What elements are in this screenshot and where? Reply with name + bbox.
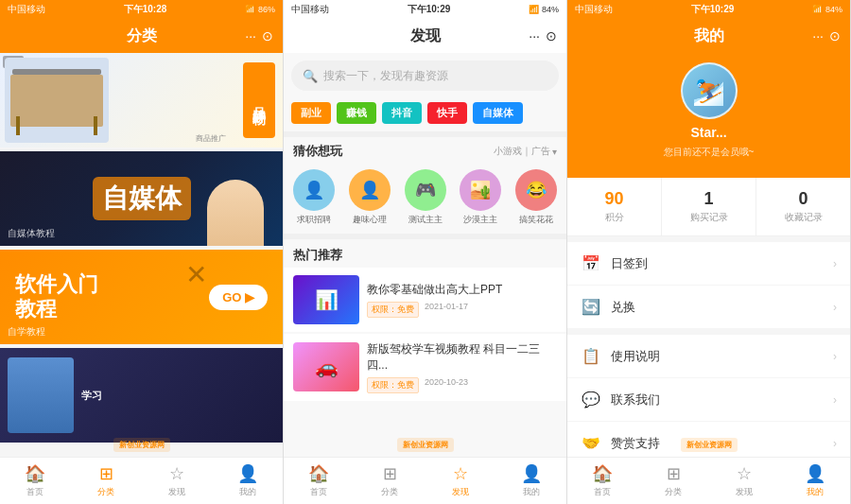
nav-category-2[interactable]: ⊞ 分类 xyxy=(355,463,426,498)
menu-item-guide[interactable]: 📋 使用说明 › xyxy=(567,335,850,378)
target-icon-2[interactable]: ⊙ xyxy=(546,28,557,43)
checkin-label: 日签到 xyxy=(611,255,824,272)
study-person-image xyxy=(8,357,74,433)
nav-mine-3[interactable]: 👤 我的 xyxy=(779,463,850,498)
battery-3: 📶 84% xyxy=(812,5,842,14)
avatar-item-4[interactable]: 😂 搞笑花花 xyxy=(515,169,557,226)
target-icon-3[interactable]: ⊙ xyxy=(829,28,841,43)
nav-category-1[interactable]: ⊞ 分类 xyxy=(71,463,142,498)
mine-label-2: 我的 xyxy=(523,486,540,498)
time-1: 下午10:28 xyxy=(124,3,167,16)
category-card-study[interactable]: 学习 xyxy=(0,348,283,443)
course-thumb-1: 🚗 xyxy=(293,342,359,391)
avatar-item-2[interactable]: 🎮 测试主主 xyxy=(405,169,446,226)
home-icon-2: 🏠 xyxy=(308,463,329,484)
tag-kuaishou[interactable]: 快手 xyxy=(427,102,467,124)
course-meta-0: 权限：免费 2021-01-17 xyxy=(367,302,557,318)
course-item-0[interactable]: 📊 教你零基础做出高大上PPT 权限：免费 2021-01-17 xyxy=(284,268,566,332)
phone-screen-3: 中国移动 下午10:29 📶 84% 我的 ··· ⊙ ⛷️ Star... 您… xyxy=(567,0,851,504)
course-meta-1: 权限：免费 2020-10-23 xyxy=(367,377,557,393)
avatar-name-3: 沙漠主主 xyxy=(463,214,497,226)
search-bar[interactable]: 🔍 搜索一下，发现有趣资源 xyxy=(291,61,559,91)
avatar-item-1[interactable]: 👤 趣味心理 xyxy=(349,169,391,226)
more-icon-2[interactable]: ··· xyxy=(529,28,540,43)
carrier-2: 中国移动 xyxy=(291,3,329,16)
exchange-item[interactable]: 🔄 兑换 › xyxy=(567,286,850,329)
nav-discover-2[interactable]: ☆ 发现 xyxy=(426,463,496,498)
stat-points[interactable]: 90 积分 xyxy=(567,178,662,235)
header-icons-3: ··· ⊙ xyxy=(812,28,841,43)
page-title-3: 我的 xyxy=(694,26,724,46)
avatar-row: 👤 求职招聘 👤 趣味心理 🎮 测试主主 🏜️ 沙漠主主 😂 搞笑花花 xyxy=(284,165,566,234)
tag-zimeiti[interactable]: 自媒体 xyxy=(473,102,523,124)
go-button[interactable]: GO ▶ xyxy=(209,285,268,310)
nav-discover-1[interactable]: ☆ 发现 xyxy=(142,463,213,498)
nav-home-2[interactable]: 🏠 首页 xyxy=(284,463,355,498)
course-info-1: 新版驾校学车视频教程 科目一二三四... 权限：免费 2020-10-23 xyxy=(367,341,557,393)
stat-purchase[interactable]: 1 购买记录 xyxy=(662,178,756,235)
status-bar-2: 中国移动 下午10:29 📶 84% xyxy=(284,0,566,19)
course-item-1[interactable]: 🚗 新版驾校学车视频教程 科目一二三四... 权限：免费 2020-10-23 xyxy=(284,334,566,401)
contact-icon: 💬 xyxy=(581,391,601,408)
header-1: 分类 ··· ⊙ xyxy=(0,19,283,53)
wifi-icon: 📶 xyxy=(245,5,255,14)
nav-discover-3[interactable]: ☆ 发现 xyxy=(709,463,780,498)
stat-favorite[interactable]: 0 收藏记录 xyxy=(756,178,850,235)
guide-icon: 📋 xyxy=(581,347,601,365)
stat-label-favorite: 收藏记录 xyxy=(785,211,823,224)
category-card-media[interactable]: 自媒体 自媒体教程 xyxy=(0,151,283,246)
software-card-bg: 软件入门教程 ✕ GO ▶ 自学教程 xyxy=(0,250,283,344)
avatar-item-3[interactable]: 🏜️ 沙漠主主 xyxy=(460,169,501,226)
guess-play-title: 猜你想玩 xyxy=(293,143,342,160)
category-icon-1: ⊞ xyxy=(99,463,113,484)
category-label-1: 分类 xyxy=(97,486,114,498)
tag-douyin[interactable]: 抖音 xyxy=(382,102,422,124)
page-title-2: 发现 xyxy=(410,26,441,46)
menu-item-support[interactable]: 🤝 赞赏支持 › xyxy=(567,422,850,457)
course-date-1: 2020-10-23 xyxy=(425,377,468,393)
ad-banner[interactable]: 广告 品牌好物 商品推广 xyxy=(0,53,283,148)
avatar-name-0: 求职招聘 xyxy=(297,214,331,226)
header-icons-2: ··· ⊙ xyxy=(529,28,557,43)
nav-category-3[interactable]: ⊞ 分类 xyxy=(638,463,709,498)
hand-image xyxy=(207,180,264,246)
discover-label-1: 发现 xyxy=(168,486,185,498)
quick-actions: 📅 日签到 › 🔄 兑换 › xyxy=(567,242,850,329)
avatar-item-0[interactable]: 👤 求职招聘 xyxy=(293,169,335,226)
target-icon-1[interactable]: ⊙ xyxy=(262,28,273,43)
home-label-1: 首页 xyxy=(26,486,43,498)
category-icon-2: ⊞ xyxy=(383,463,397,484)
nav-mine-1[interactable]: 👤 我的 xyxy=(212,463,283,498)
nav-home-3[interactable]: 🏠 首页 xyxy=(567,463,638,498)
menu-item-contact[interactable]: 💬 联系我们 › xyxy=(567,378,850,422)
software-title: 软件入门教程 xyxy=(15,272,98,322)
guess-play-header: 猜你想玩 小游戏｜广告 ▾ xyxy=(284,137,566,165)
discover-icon-3: ☆ xyxy=(737,463,752,484)
guide-label: 使用说明 xyxy=(611,348,824,365)
content-2: 🔍 搜索一下，发现有趣资源 副业 赚钱 抖音 快手 自媒体 猜你想玩 小游戏｜广… xyxy=(284,53,566,457)
more-icon-3[interactable]: ··· xyxy=(812,28,824,43)
bottom-nav-1: 🏠 首页 ⊞ 分类 ☆ 发现 👤 我的 xyxy=(0,457,283,504)
tag-fuye[interactable]: 副业 xyxy=(291,102,331,124)
home-icon-1: 🏠 xyxy=(25,463,45,484)
nav-home-1[interactable]: 🏠 首页 xyxy=(0,463,71,498)
media-label: 自媒体 xyxy=(93,177,191,220)
guess-play-sub: 小游戏｜广告 ▾ xyxy=(494,145,557,158)
avatar-circle-2: 🎮 xyxy=(405,169,446,211)
more-icon-1[interactable]: ··· xyxy=(245,28,256,43)
time-3: 下午10:29 xyxy=(691,3,735,16)
chevron-down-icon: ▾ xyxy=(552,147,557,157)
category-card-software[interactable]: 软件入门教程 ✕ GO ▶ 自学教程 xyxy=(0,250,283,344)
carrier-1: 中国移动 xyxy=(8,3,45,16)
exchange-icon: 🔄 xyxy=(581,298,601,316)
study-text: 学习 xyxy=(81,389,275,403)
avatar-large[interactable]: ⛷️ xyxy=(681,62,738,119)
nav-mine-2[interactable]: 👤 我的 xyxy=(495,463,566,498)
stat-label-purchase: 购买记录 xyxy=(690,211,728,224)
stats-row: 90 积分 1 购买记录 0 收藏记录 xyxy=(567,178,850,236)
contact-label: 联系我们 xyxy=(611,391,824,408)
stat-num-purchase: 1 xyxy=(703,189,713,209)
tag-zhengqian[interactable]: 赚钱 xyxy=(337,102,376,124)
avatar-name-2: 测试主主 xyxy=(408,214,443,226)
checkin-item[interactable]: 📅 日签到 › xyxy=(567,242,850,286)
